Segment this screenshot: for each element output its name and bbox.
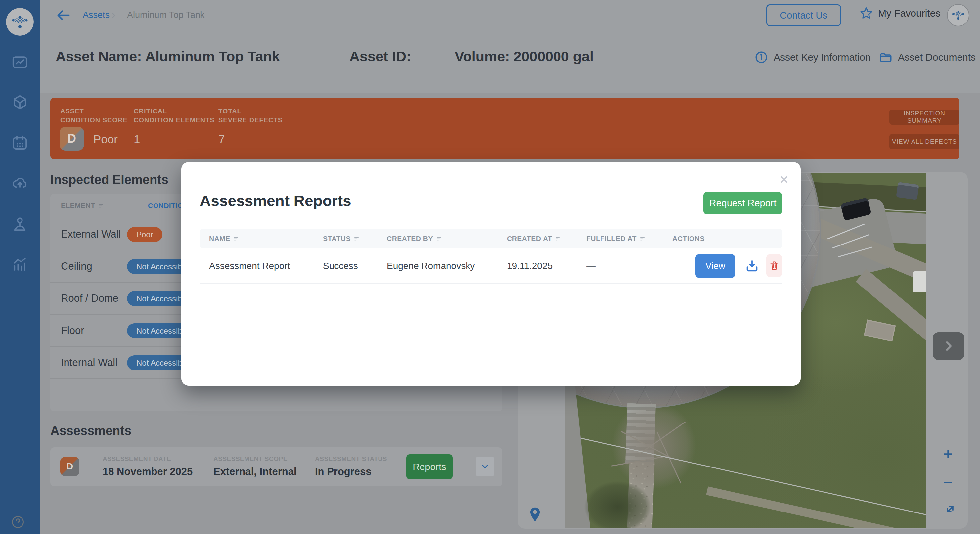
photo-conifer-tree: [575, 474, 661, 528]
help-button[interactable]: [11, 515, 25, 529]
header-divider: [334, 47, 334, 64]
sort-icon: [234, 236, 239, 241]
status-column-header[interactable]: STATUS: [323, 235, 359, 243]
name-column-header[interactable]: NAME: [209, 235, 239, 243]
map-pin-icon: [11, 215, 29, 233]
element-column-header[interactable]: ELEMENT: [61, 202, 103, 210]
condition-score-value: Poor: [93, 133, 118, 146]
back-button[interactable]: [56, 9, 71, 22]
sidebar-item-locations[interactable]: [11, 215, 29, 233]
inspected-elements-title: Inspected Elements: [50, 173, 169, 187]
assessment-reports-modal: × Assessment Reports Request Report NAME…: [181, 162, 801, 386]
inspection-summary-button[interactable]: INSPECTION SUMMARY: [889, 110, 959, 125]
request-report-button[interactable]: Request Report: [703, 192, 782, 215]
asset-key-information-label: Asset Key Information: [773, 52, 870, 63]
report-name: Assessment Report: [209, 261, 290, 271]
app-screen: Assets › Aluminum Top Tank Contact Us My…: [0, 0, 980, 534]
view-report-button[interactable]: View: [695, 254, 735, 278]
critical-elements-value: 1: [134, 133, 140, 146]
location-pin-glyph: [529, 507, 541, 522]
question-circle-icon: [11, 515, 25, 529]
chevron-right-icon: [942, 340, 955, 353]
next-image-button[interactable]: [933, 332, 964, 360]
report-fulfilled-at: —: [586, 261, 595, 271]
close-modal-button[interactable]: ×: [777, 172, 791, 187]
line-chart-icon: [11, 53, 29, 71]
location-pin-icon: [529, 507, 541, 522]
reports-table-header: NAME STATUS CREATED BY CREATED AT FULFIL…: [200, 229, 782, 248]
fullscreen-button[interactable]: [944, 503, 956, 515]
assessment-status-label: ASSESSMENT STATUS: [315, 455, 387, 462]
cloud-upload-icon: [11, 174, 29, 192]
sidebar: [0, 0, 40, 534]
my-favourites-label: My Favourites: [878, 8, 940, 19]
view-all-defects-button[interactable]: VIEW ALL DEFECTS: [889, 134, 959, 149]
element-name: External Wall: [61, 228, 121, 240]
assessment-card: D ASSESSEMENT DATE 18 November 2025 ASSE…: [50, 447, 502, 486]
my-favourites-button[interactable]: My Favourites: [859, 6, 940, 21]
star-icon: [859, 6, 873, 21]
created-by-column-header[interactable]: CREATED BY: [387, 235, 441, 243]
report-row: Assessment Report Success Eugene Romanov…: [200, 248, 782, 284]
expand-assessment-button[interactable]: [476, 456, 494, 477]
asset-id-title: Asset ID:: [349, 48, 411, 65]
info-icon: [754, 50, 768, 64]
sort-icon: [436, 236, 441, 241]
photo-gray-suv: [896, 182, 919, 200]
zoom-out-button[interactable]: −: [943, 474, 953, 491]
modal-title: Assessment Reports: [200, 192, 352, 210]
cube-icon: [11, 94, 29, 111]
breadcrumb-assets-link[interactable]: Assets: [83, 10, 110, 20]
sidebar-item-dashboard[interactable]: [11, 53, 29, 72]
delete-report-button[interactable]: [766, 254, 782, 277]
sidebar-menu: [0, 53, 40, 273]
fulfilled-at-column-header[interactable]: FULFILLED AT: [586, 235, 645, 243]
asset-name-title: Asset Name: Aluminum Top Tank: [56, 48, 280, 65]
sidebar-item-statistics[interactable]: [11, 255, 29, 273]
element-name: Roof / Dome: [61, 292, 118, 304]
zoom-in-button[interactable]: +: [943, 445, 953, 462]
asset-key-information-link[interactable]: Asset Key Information: [754, 50, 870, 64]
calendar-icon: [11, 134, 29, 152]
report-status: Success: [323, 261, 358, 271]
element-name: Ceiling: [61, 261, 92, 272]
reports-button[interactable]: Reports: [406, 454, 453, 479]
assessment-scope-label: ASSESSEMENT SCOPE: [213, 455, 297, 462]
app-logo[interactable]: [6, 8, 34, 36]
assessments-title: Assessments: [50, 424, 131, 438]
severe-defects-label: TOTALSEVERE DEFECTS: [218, 107, 283, 125]
asset-documents-label: Asset Documents: [898, 52, 976, 63]
back-arrow-icon: [56, 9, 71, 22]
download-report-button[interactable]: [745, 257, 760, 275]
logo-mesh-icon: [10, 12, 30, 32]
sort-icon: [99, 203, 103, 208]
avatar-logo-icon: [951, 8, 966, 23]
asset-documents-link[interactable]: Asset Documents: [879, 50, 976, 64]
chevron-down-icon: [480, 461, 490, 472]
bar-chart-trend-icon: [11, 255, 29, 273]
assessment-grade-badge: D: [60, 457, 80, 476]
assessment-date-value: 18 November 2025: [103, 466, 192, 478]
photo-white-truck: [913, 271, 926, 292]
sidebar-item-calendar[interactable]: [11, 134, 29, 152]
assessment-date: ASSESSEMENT DATE 18 November 2025: [103, 455, 192, 478]
assessment-scope: ASSESSEMENT SCOPE External, Internal: [213, 455, 297, 478]
assessment-scope-value: External, Internal: [213, 466, 297, 478]
assessment-status-value: In Progress: [315, 466, 387, 478]
condition-score-label: ASSETCONDITION SCORE: [60, 107, 128, 125]
contact-us-button[interactable]: Contact Us: [766, 4, 841, 26]
condition-banner: ASSETCONDITION SCORE CRITICALCONDITION E…: [50, 98, 959, 159]
sort-icon: [555, 236, 560, 241]
user-avatar[interactable]: [947, 4, 969, 27]
actions-column-header: ACTIONS: [672, 235, 705, 243]
sidebar-item-assets[interactable]: [11, 93, 29, 112]
trash-icon: [768, 259, 780, 272]
breadcrumb-current: Aluminum Top Tank: [127, 10, 205, 20]
sort-icon: [640, 236, 645, 241]
sort-icon: [354, 236, 359, 241]
sidebar-item-upload[interactable]: [11, 174, 29, 192]
created-at-column-header[interactable]: CREATED AT: [507, 235, 560, 243]
element-name: Internal Wall: [61, 357, 118, 369]
assessment-date-label: ASSESSEMENT DATE: [103, 455, 192, 462]
folder-icon: [879, 50, 892, 64]
